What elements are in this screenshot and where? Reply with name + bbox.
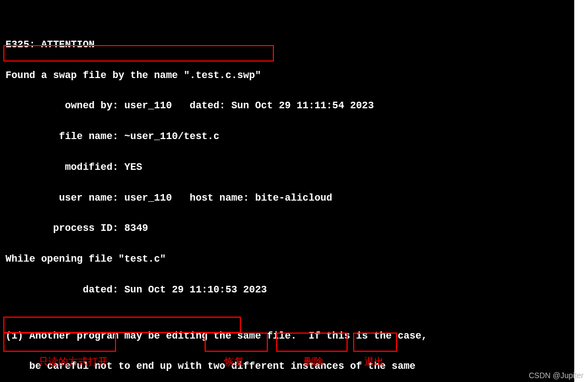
while-opening-line: While opening file "test.c": [6, 252, 569, 267]
annotation-open-ro: 只读的方式打开: [39, 355, 108, 368]
modified-line: modified: YES: [6, 160, 569, 175]
annotation-quit: 退出: [364, 355, 384, 368]
watermark-text: CSDN @Jupiter: [529, 371, 584, 380]
user-name-line: user name: user_110 host name: bite-alic…: [6, 191, 569, 206]
annotation-recover: 恢复: [224, 355, 244, 368]
owned-by-line: owned by: user_110 dated: Sun Oct 29 11:…: [6, 98, 569, 114]
hint1-line: (1) Another program may be editing the s…: [6, 329, 569, 344]
attention-line: E325: ATTENTION: [6, 37, 569, 53]
process-id-line: process ID: 8349: [6, 221, 569, 236]
swap-found-line: Found a swap file by the name ".test.c.s…: [6, 68, 569, 84]
annotation-delete: 删除: [304, 355, 323, 368]
file-name-line: file name: ~user_110/test.c: [6, 129, 569, 145]
dated-line: dated: Sun Oct 29 11:10:53 2023: [6, 283, 569, 298]
terminal-window: E325: ATTENTION Found a swap file by the…: [0, 0, 574, 382]
